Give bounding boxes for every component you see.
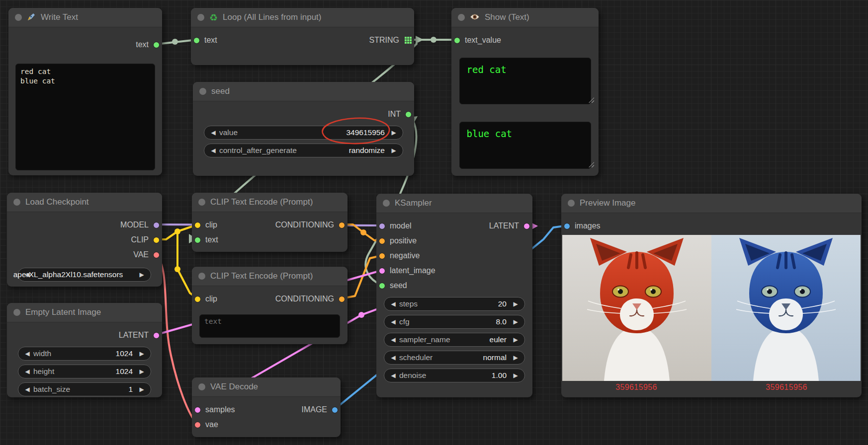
widget-control-after-generate[interactable]: ◀ control_after_generate randomize ▶ bbox=[204, 144, 403, 157]
decrement-arrow[interactable]: ◀ bbox=[23, 368, 31, 375]
link-dot[interactable] bbox=[360, 229, 366, 235]
collapse-dot[interactable] bbox=[13, 199, 20, 206]
node-clip-text-encode-negative[interactable]: CLIP Text Encode (Prompt) clip CONDITION… bbox=[192, 267, 347, 344]
input-slot-text-value[interactable] bbox=[454, 37, 460, 44]
widget-denoise[interactable]: ◀ denoise 1.00 ▶ bbox=[384, 369, 525, 382]
input-slot-negative[interactable] bbox=[379, 253, 385, 259]
input-slot-model[interactable] bbox=[379, 223, 385, 229]
link-dot[interactable] bbox=[174, 266, 180, 272]
input-slot-clip[interactable] bbox=[194, 296, 201, 302]
input-slot-latent-image[interactable] bbox=[379, 268, 385, 274]
decrement-arrow[interactable]: ◀ bbox=[389, 372, 397, 379]
node-write-text[interactable]: Write Text text red cat blue cat bbox=[8, 8, 162, 175]
input-slot-samples[interactable] bbox=[194, 407, 201, 413]
widget-height[interactable]: ◀ height 1024 ▶ bbox=[18, 365, 151, 378]
increment-arrow[interactable]: ▶ bbox=[138, 368, 146, 375]
node-empty-latent-image[interactable]: Empty Latent Image LATENT ◀ width 1024 ▶… bbox=[7, 303, 162, 397]
widget-ckpt-name[interactable]: ◀ aperXL_alpha2Xl10.safetensors ▶ bbox=[18, 268, 151, 282]
input-slot-clip[interactable] bbox=[194, 222, 201, 228]
input-slot-images[interactable] bbox=[564, 223, 570, 229]
widget-steps[interactable]: ◀ steps 20 ▶ bbox=[384, 297, 525, 311]
node-header[interactable]: Empty Latent Image bbox=[7, 303, 162, 322]
output-slot-latent[interactable] bbox=[153, 332, 160, 339]
collapse-dot[interactable] bbox=[13, 309, 20, 316]
prev-arrow[interactable]: ◀ bbox=[23, 271, 31, 278]
output-slot-model[interactable] bbox=[153, 222, 160, 228]
decrement-arrow[interactable]: ◀ bbox=[23, 386, 31, 393]
widget-sampler-name[interactable]: ◀ sampler_name euler ▶ bbox=[384, 333, 525, 347]
node-header[interactable]: CLIP Text Encode (Prompt) bbox=[192, 193, 347, 212]
output-slot-clip[interactable] bbox=[153, 237, 160, 243]
decrement-arrow[interactable]: ◀ bbox=[389, 318, 397, 325]
node-header[interactable]: CLIP Text Encode (Prompt) bbox=[192, 267, 347, 286]
node-header[interactable]: VAE Decode bbox=[192, 377, 341, 397]
node-load-checkpoint[interactable]: Load Checkpoint MODEL CLIP VAE ◀ aperXL_… bbox=[7, 193, 162, 287]
node-seed[interactable]: seed INT ◀ value 349615956 ▶ ◀ control_a… bbox=[193, 82, 414, 176]
decrement-arrow[interactable]: ◀ bbox=[389, 354, 397, 361]
node-loop[interactable]: ♻ Loop (All Lines from input) text STRIN… bbox=[191, 8, 414, 65]
collapse-dot[interactable] bbox=[197, 14, 204, 21]
show-text-value-2[interactable]: blue cat bbox=[459, 122, 591, 169]
next-arrow[interactable]: ▶ bbox=[138, 271, 146, 278]
collapse-dot[interactable] bbox=[198, 383, 205, 390]
node-header[interactable]: Load Checkpoint bbox=[7, 193, 162, 212]
decrement-arrow[interactable]: ◀ bbox=[389, 300, 397, 307]
node-clip-text-encode-positive[interactable]: CLIP Text Encode (Prompt) clip CONDITION… bbox=[192, 193, 347, 252]
link-dot[interactable] bbox=[431, 37, 436, 43]
widget-seed-value[interactable]: ◀ value 349615956 ▶ bbox=[204, 126, 403, 140]
output-slot-int[interactable] bbox=[405, 111, 412, 118]
node-graph-canvas[interactable]: Write Text text red cat blue cat ♻ Loop … bbox=[0, 0, 868, 445]
widget-batch-size[interactable]: ◀ batch_size 1 ▶ bbox=[18, 382, 151, 396]
link-dot[interactable] bbox=[172, 39, 178, 45]
input-slot-vae[interactable] bbox=[194, 422, 201, 428]
node-header[interactable]: KSampler bbox=[376, 194, 532, 213]
output-slot-conditioning[interactable] bbox=[339, 222, 345, 228]
increment-arrow[interactable]: ▶ bbox=[138, 350, 146, 357]
node-vae-decode[interactable]: VAE Decode samples IMAGE vae bbox=[192, 377, 341, 437]
link-dot[interactable] bbox=[174, 228, 180, 234]
node-header[interactable]: Show (Text) bbox=[451, 8, 599, 27]
node-header[interactable]: seed bbox=[193, 82, 414, 101]
prompt-text-area[interactable] bbox=[199, 314, 340, 338]
collapse-dot[interactable] bbox=[15, 14, 22, 21]
node-preview-image[interactable]: Preview Image images bbox=[561, 194, 862, 397]
increment-arrow[interactable]: ▶ bbox=[390, 147, 398, 154]
decrement-arrow[interactable]: ◀ bbox=[23, 350, 31, 357]
collapse-dot[interactable] bbox=[198, 273, 205, 280]
increment-arrow[interactable]: ▶ bbox=[512, 354, 520, 361]
node-header[interactable]: Preview Image bbox=[561, 194, 862, 213]
list-output-grid-icon[interactable] bbox=[405, 37, 412, 44]
input-slot-seed[interactable] bbox=[379, 283, 385, 289]
node-show-text[interactable]: Show (Text) text_value red cat blue cat bbox=[451, 8, 599, 176]
collapse-dot[interactable] bbox=[568, 200, 575, 207]
decrement-arrow[interactable]: ◀ bbox=[209, 147, 217, 154]
input-slot-positive[interactable] bbox=[379, 238, 385, 244]
collapse-dot[interactable] bbox=[198, 199, 205, 206]
widget-scheduler[interactable]: ◀ scheduler normal ▶ bbox=[384, 351, 525, 365]
node-header[interactable]: ♻ Loop (All Lines from input) bbox=[191, 8, 414, 27]
node-header[interactable]: Write Text bbox=[8, 8, 162, 27]
output-slot-conditioning[interactable] bbox=[339, 296, 345, 302]
node-ksampler[interactable]: KSampler model LATENT positive negative bbox=[376, 194, 532, 397]
increment-arrow[interactable]: ▶ bbox=[512, 336, 520, 343]
decrement-arrow[interactable]: ◀ bbox=[389, 336, 397, 343]
increment-arrow[interactable]: ▶ bbox=[512, 300, 520, 307]
show-text-value-1[interactable]: red cat bbox=[459, 58, 591, 104]
collapse-dot[interactable] bbox=[458, 14, 465, 21]
widget-cfg[interactable]: ◀ cfg 8.0 ▶ bbox=[384, 315, 525, 329]
increment-arrow[interactable]: ▶ bbox=[512, 318, 520, 325]
increment-arrow[interactable]: ▶ bbox=[138, 386, 146, 393]
collapse-dot[interactable] bbox=[383, 200, 390, 207]
output-slot-vae[interactable] bbox=[153, 252, 160, 258]
widget-width[interactable]: ◀ width 1024 ▶ bbox=[18, 347, 151, 361]
output-slot-text[interactable] bbox=[153, 42, 160, 48]
input-slot-text[interactable] bbox=[193, 37, 200, 44]
output-slot-latent[interactable] bbox=[523, 223, 530, 229]
collapse-dot[interactable] bbox=[199, 88, 206, 95]
output-slot-image[interactable] bbox=[332, 407, 338, 413]
increment-arrow[interactable]: ▶ bbox=[512, 372, 520, 379]
input-slot-text[interactable] bbox=[194, 237, 201, 243]
link-dot[interactable] bbox=[358, 312, 364, 318]
decrement-arrow[interactable]: ◀ bbox=[209, 129, 217, 136]
increment-arrow[interactable]: ▶ bbox=[390, 129, 398, 136]
